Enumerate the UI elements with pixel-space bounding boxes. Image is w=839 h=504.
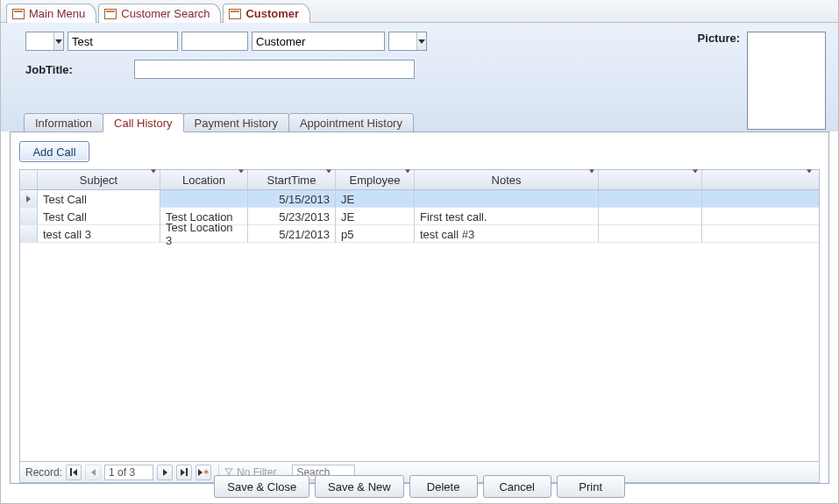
app-window: Main Menu Customer Search Customer [0,0,839,504]
col-label: Employee [350,174,401,187]
chevron-down-icon [238,170,244,187]
customer-header: JobTitle: Picture: [1,23,838,110]
form-footer: Save & Close Save & New Delete Cancel Pr… [1,475,838,498]
form-icon [104,9,117,19]
middle-name-field[interactable] [181,32,248,51]
cell-notes[interactable]: test call #3 [415,225,599,243]
cell-blank[interactable] [702,225,819,243]
last-name-input[interactable] [252,33,384,49]
col-header-blank[interactable] [599,170,702,189]
dropdown-button[interactable] [416,32,426,50]
col-label: StartTime [267,174,316,187]
cell-blank[interactable] [599,208,702,225]
chevron-down-icon [693,170,698,187]
cell-employee[interactable]: JE [336,190,415,208]
doc-tab-label: Main Menu [29,7,85,20]
table-row[interactable]: test call 3Test Location 35/21/2013p5tes… [20,225,819,243]
call-history-panel: Add Call Subject Location StartTime [10,131,829,484]
delete-button[interactable]: Delete [409,475,478,498]
col-label: Notes [492,174,522,187]
cancel-button[interactable]: Cancel [483,475,551,498]
table-row[interactable]: Test Call5/15/2013JE [20,190,819,208]
add-call-button[interactable]: Add Call [19,141,89,162]
tab-call-history[interactable]: Call History [103,113,183,132]
cell-subject[interactable]: test call 3 [38,225,160,243]
dropdown-button[interactable] [53,32,63,50]
row-selector[interactable] [20,225,38,242]
col-header-starttime[interactable]: StartTime [248,170,336,189]
row-selector[interactable] [20,190,38,207]
chevron-down-icon [55,39,62,44]
col-header-location[interactable]: Location [160,170,248,189]
datasheet-body: Test Call5/15/2013JETest CallTest Locati… [20,190,819,461]
column-dropdown-icon[interactable] [693,174,698,187]
jobtitle-label: JobTitle: [25,63,73,76]
cell-employee[interactable]: JE [336,208,415,225]
cell-notes[interactable]: First test call. [415,208,599,225]
cell-starttime[interactable]: 5/21/2013 [248,225,336,243]
cell-blank[interactable] [702,190,819,208]
save-close-button[interactable]: Save & Close [214,475,309,498]
column-dropdown-icon[interactable] [807,174,812,187]
tab-appointment-history[interactable]: Appointment History [288,113,414,132]
current-record-icon [26,195,31,202]
middle-name-input[interactable] [182,33,247,49]
prefix-combo[interactable] [25,32,64,51]
save-new-button[interactable]: Save & New [315,475,404,498]
chevron-down-icon [807,170,812,187]
cell-notes[interactable] [415,190,599,208]
doc-tab-label: Customer [245,7,299,20]
picture-frame[interactable] [747,32,826,130]
tab-label: Information [35,117,92,130]
cell-subject[interactable]: Test Call [38,190,160,208]
last-name-field[interactable] [252,32,385,51]
form-icon [229,9,241,19]
col-header-notes[interactable]: Notes [415,170,599,189]
column-dropdown-icon[interactable] [238,174,244,187]
cell-blank[interactable] [702,208,819,225]
datasheet-header: Subject Location StartTime Employee [20,170,819,190]
suffix-input[interactable] [389,33,416,49]
doc-tab-customer-search[interactable]: Customer Search [98,4,221,23]
column-dropdown-icon[interactable] [326,174,331,187]
row-selector[interactable] [20,208,38,224]
col-header-blank[interactable] [702,170,819,189]
col-header-subject[interactable]: Subject [38,170,160,189]
column-dropdown-icon[interactable] [589,174,594,187]
doc-tab-main-menu[interactable]: Main Menu [6,4,96,23]
select-all-corner[interactable] [20,170,38,189]
doc-tab-customer[interactable]: Customer [223,4,310,23]
cell-starttime[interactable]: 5/23/2013 [248,208,336,225]
column-dropdown-icon[interactable] [151,174,156,187]
form-icon [12,9,25,19]
col-label: Subject [80,174,117,187]
first-name-field[interactable] [68,32,178,51]
cell-blank[interactable] [599,190,702,208]
doc-tab-label: Customer Search [121,7,210,20]
suffix-combo[interactable] [388,32,427,51]
col-label: Location [182,174,225,187]
table-row[interactable]: Test CallTest Location5/23/2013JEFirst t… [20,208,819,225]
cell-subject[interactable]: Test Call [38,208,160,225]
cell-employee[interactable]: p5 [336,225,415,243]
tab-information[interactable]: Information [24,113,103,132]
first-name-input[interactable] [68,33,177,49]
picture-label: Picture: [698,32,740,45]
chevron-down-icon [418,39,425,44]
print-button[interactable]: Print [557,475,625,498]
tab-label: Call History [114,117,172,130]
jobtitle-field[interactable] [134,60,415,79]
column-dropdown-icon[interactable] [405,174,410,187]
tab-label: Payment History [195,117,278,130]
calls-datasheet: Subject Location StartTime Employee [19,169,820,483]
chevron-down-icon [589,170,594,187]
cell-blank[interactable] [599,225,702,243]
tab-payment-history[interactable]: Payment History [183,113,289,132]
chevron-down-icon [405,170,410,187]
jobtitle-input[interactable] [135,60,414,78]
cell-location[interactable]: Test Location 3 [160,225,248,243]
prefix-input[interactable] [26,33,53,49]
cell-starttime[interactable]: 5/15/2013 [248,190,336,208]
cell-location[interactable] [160,190,248,208]
col-header-employee[interactable]: Employee [336,170,415,189]
